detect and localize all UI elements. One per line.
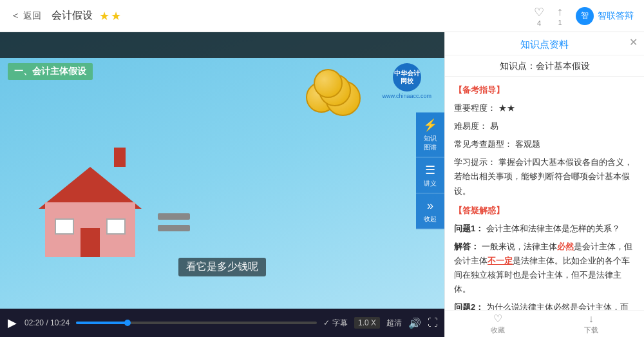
page-title: 会计假设 [52, 9, 93, 23]
right-panel: ✕ 知识点资料 知识点：会计基本假设 【备考指导】 重要程度： ★★ 难易度： … [444, 32, 644, 337]
house [39, 167, 142, 257]
section-prepare-title: 【备考指导】 [454, 85, 504, 95]
video-section: 一、会计主体假设 中华会计网校 www.chinaacc.com [0, 32, 444, 337]
importance-row: 重要程度： ★★ [454, 101, 635, 115]
back-button[interactable]: ＜ 返回 [10, 9, 41, 23]
avatar-initials: 智 [581, 10, 589, 21]
q1-row: 问题1： 会计主体和法律主体是怎样的关系？ [454, 222, 635, 236]
knowledge-map-button[interactable]: ⚡ 知识 图谱 [416, 112, 444, 157]
house-door [80, 228, 100, 257]
exam-type-label: 常见考查题型： [454, 139, 513, 149]
a1-label: 解答： [454, 242, 479, 251]
logo-url: www.chinaacc.com [382, 93, 431, 99]
q1-label: 问题1： [454, 224, 484, 233]
download-label: 下载 [584, 325, 598, 335]
star-icon-2: ★ [111, 9, 121, 23]
importance-value: ★★ [498, 103, 515, 113]
exam-type-value: 客观题 [515, 139, 540, 149]
handout-button[interactable]: ☰ 讲义 [416, 157, 444, 193]
like-button[interactable]: ♡ 4 [534, 5, 544, 27]
fullscreen-button[interactable]: ⛶ [428, 317, 438, 329]
house-body [45, 202, 135, 257]
header: ＜ 返回 会计假设 ★ ★ ♡ 4 ↑ 1 智 智联答辩 [0, 0, 644, 32]
knowledge-map-icon: ⚡ [423, 117, 437, 131]
subtitle-toggle[interactable]: ✓ 字幕 [323, 318, 348, 329]
house-window-left [55, 218, 74, 235]
video-subtitle: 看它是多少钱呢 [178, 258, 266, 276]
avatar: 智 [576, 7, 594, 25]
back-label: 返回 [23, 10, 41, 22]
quality-label: 超清 [386, 318, 402, 327]
equals-bar-bottom [158, 225, 190, 231]
coins-illustration [303, 64, 367, 116]
tip-row: 学习提示： 掌握会计四大基本假设各自的含义，若给出相关事项，能够判断符合哪项会计… [454, 155, 635, 198]
a1-text1: 一般来说，法律主体 [482, 242, 557, 251]
quality-button[interactable]: 超清 [386, 318, 402, 329]
progress-bar[interactable] [76, 322, 317, 324]
handout-label: 讲义 [424, 178, 437, 188]
section-answer-title: 【答疑解惑】 [454, 206, 504, 215]
house-window-right [106, 218, 126, 235]
collapse-icon: » [427, 198, 433, 212]
collapse-label: 收起 [424, 214, 437, 223]
logo-text: 中华会计网校 [394, 70, 420, 85]
coin-stack [303, 64, 367, 116]
video-toolbar: ⚡ 知识 图谱 ☰ 讲义 » 收起 [416, 112, 444, 229]
panel-tab[interactable]: 知识点资料 [445, 32, 644, 55]
video-logo: 中华会计网校 www.chinaacc.com [382, 63, 431, 99]
chimney [114, 148, 126, 167]
user-label: 智联答辩 [598, 10, 634, 22]
back-arrow-icon: ＜ [10, 9, 21, 23]
equals-bar-top [158, 213, 190, 220]
like-icon: ♡ [534, 5, 544, 19]
video-top-bar [0, 32, 444, 58]
tip-label: 学习提示： [454, 157, 496, 167]
play-button[interactable]: ▶ [6, 314, 18, 331]
video-content: 一、会计主体假设 中华会计网校 www.chinaacc.com [0, 32, 444, 309]
video-controls: ▶ 02:20 / 10:24 ✓ 字幕 1.0 X 超清 🔊 ⛶ [0, 309, 444, 337]
knowledge-map-label: 知识 图谱 [424, 133, 437, 151]
coin-3 [314, 69, 343, 98]
progress-dot [124, 320, 131, 326]
share-button[interactable]: ↑ 1 [557, 5, 563, 26]
q1-text: 会计主体和法律主体是怎样的关系？ [486, 224, 620, 233]
panel-footer: ♡ 收藏 ↓ 下载 [445, 310, 644, 337]
share-count: 1 [558, 19, 562, 26]
speed-button[interactable]: 1.0 X [354, 317, 380, 329]
like-count: 4 [537, 19, 541, 27]
subtitle-check-icon: ✓ [323, 318, 330, 327]
difficulty-row: 难易度： 易 [454, 119, 635, 133]
like-footer-icon: ♡ [493, 313, 502, 325]
download-action[interactable]: ↓ 下载 [584, 313, 598, 335]
time-display: 02:20 / 10:24 [24, 318, 70, 327]
share-icon: ↑ [557, 5, 563, 19]
volume-button[interactable]: 🔊 [408, 317, 421, 329]
exam-type-row: 常见考查题型： 客观题 [454, 137, 635, 151]
importance-label: 重要程度： [454, 103, 496, 113]
progress-fill [76, 322, 128, 324]
video-player[interactable]: 一、会计主体假设 中华会计网校 www.chinaacc.com [0, 32, 444, 309]
panel-subtitle: 知识点：会计基本假设 [445, 55, 644, 77]
user-button[interactable]: 智 智联答辩 [576, 7, 634, 25]
star-icon-1: ★ [99, 9, 109, 23]
collapse-button[interactable]: » 收起 [416, 193, 444, 229]
speed-label: 1.0 X [358, 318, 376, 327]
video-chapter-label: 一、会计主体假设 [8, 63, 93, 80]
difficulty-label: 难易度： [454, 121, 488, 131]
like-action[interactable]: ♡ 收藏 [491, 313, 505, 335]
time-total: 10:24 [50, 318, 70, 327]
panel-body: 【备考指导】 重要程度： ★★ 难易度： 易 常见考查题型： 客观题 学习提示：… [445, 77, 644, 310]
difficulty-value: 易 [490, 121, 498, 131]
header-right: ♡ 4 ↑ 1 智 智联答辩 [534, 5, 634, 27]
a1-notnecessary: 不一定 [488, 256, 513, 265]
a1-row: 解答： 一般来说，法律主体必然是会计主体，但会计主体不一定是法律主体。比如企业的… [454, 240, 635, 296]
download-icon: ↓ [589, 313, 594, 325]
close-button[interactable]: ✕ [629, 36, 638, 48]
subtitle-label: 字幕 [332, 318, 348, 329]
handout-icon: ☰ [425, 162, 435, 177]
q2-label: 问题2： [454, 302, 484, 310]
logo-circle: 中华会计网校 [393, 63, 421, 91]
q2-row: 问题2： 为什么说法律主体必然是会计主体，而会计主体不一定是法律主体？ [454, 300, 635, 310]
equals-sign [158, 213, 190, 231]
time-current: 02:20 [24, 318, 44, 327]
